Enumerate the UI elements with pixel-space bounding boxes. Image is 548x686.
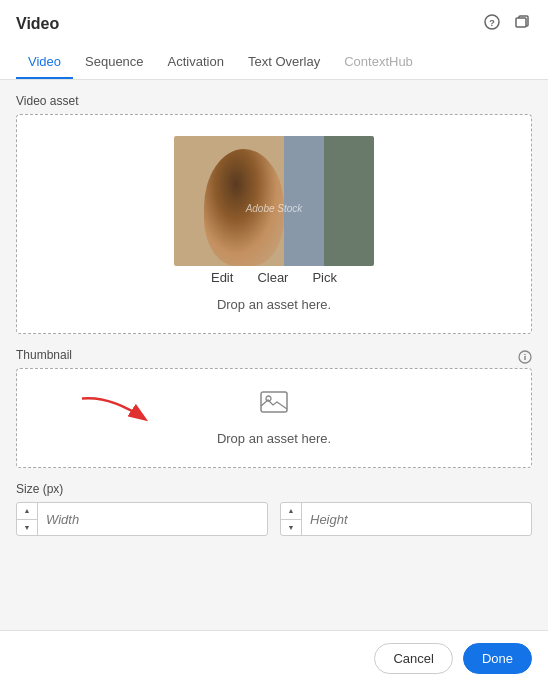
arrow-indicator xyxy=(72,389,162,448)
tab-activation[interactable]: Activation xyxy=(156,44,236,79)
dialog-title: Video xyxy=(16,15,59,33)
image-placeholder-icon xyxy=(260,390,288,421)
thumbnail-header: Thumbnail xyxy=(16,348,532,368)
thumbnail-info-icon[interactable] xyxy=(518,350,532,367)
help-button[interactable]: ? xyxy=(482,12,502,36)
svg-rect-5 xyxy=(524,356,526,360)
edit-button[interactable]: Edit xyxy=(211,270,233,285)
tab-text-overlay[interactable]: Text Overlay xyxy=(236,44,332,79)
window-icon[interactable] xyxy=(512,12,532,36)
video-thumbnail-preview xyxy=(174,136,374,266)
thumbnail-drop-text: Drop an asset here. xyxy=(217,431,331,446)
width-input[interactable] xyxy=(38,503,267,535)
pick-button[interactable]: Pick xyxy=(312,270,337,285)
thumbnail-dropzone[interactable]: Drop an asset here. xyxy=(16,368,532,468)
width-spinner: ▲ ▼ xyxy=(17,503,38,535)
height-down-button[interactable]: ▼ xyxy=(281,520,301,536)
tab-sequence[interactable]: Sequence xyxy=(73,44,156,79)
width-up-button[interactable]: ▲ xyxy=(17,503,37,520)
size-label: Size (px) xyxy=(16,482,532,496)
video-drop-text: Drop an asset here. xyxy=(217,297,331,312)
height-field: ▲ ▼ xyxy=(280,502,532,536)
height-up-button[interactable]: ▲ xyxy=(281,503,301,520)
svg-point-4 xyxy=(524,353,526,355)
height-spinner: ▲ ▼ xyxy=(281,503,302,535)
title-bar: Video ? xyxy=(0,0,548,44)
video-asset-label: Video asset xyxy=(16,94,532,108)
height-input[interactable] xyxy=(302,503,531,535)
tab-bar: Video Sequence Activation Text Overlay C… xyxy=(0,44,548,80)
done-button[interactable]: Done xyxy=(463,643,532,674)
size-section: Size (px) ▲ ▼ ▲ ▼ xyxy=(16,482,532,536)
tab-contexthub: ContextHub xyxy=(332,44,425,79)
title-bar-icons: ? xyxy=(482,12,532,36)
svg-rect-2 xyxy=(516,18,526,27)
tab-video[interactable]: Video xyxy=(16,44,73,79)
main-content: Video asset Edit Clear Pick Drop an asse… xyxy=(0,80,548,630)
video-asset-dropzone[interactable]: Edit Clear Pick Drop an asset here. xyxy=(16,114,532,334)
svg-text:?: ? xyxy=(489,18,495,28)
width-field: ▲ ▼ xyxy=(16,502,268,536)
clear-button[interactable]: Clear xyxy=(257,270,288,285)
asset-action-buttons: Edit Clear Pick xyxy=(211,270,337,285)
video-asset-section: Video asset Edit Clear Pick Drop an asse… xyxy=(16,94,532,334)
cancel-button[interactable]: Cancel xyxy=(374,643,452,674)
thumbnail-label: Thumbnail xyxy=(16,348,72,362)
width-down-button[interactable]: ▼ xyxy=(17,520,37,536)
size-inputs: ▲ ▼ ▲ ▼ xyxy=(16,502,532,536)
footer: Cancel Done xyxy=(0,630,548,686)
thumbnail-section: Thumbnail xyxy=(16,348,532,468)
